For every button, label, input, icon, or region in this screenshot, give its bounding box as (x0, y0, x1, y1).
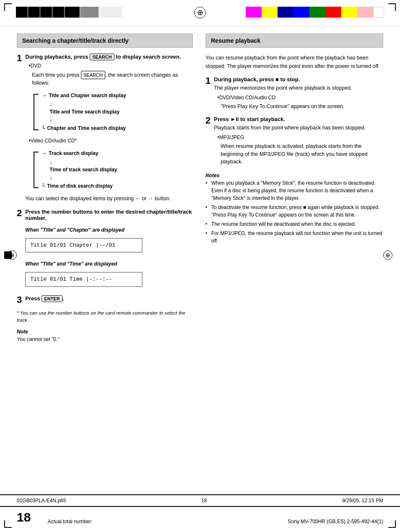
left-step-2-content: Press the number buttons to enter the de… (25, 209, 193, 289)
main-content: Searching a chapter/title/track directly… (17, 34, 383, 490)
color-block-pink (357, 7, 373, 18)
left-section-title-text: Searching a chapter/title/track directly (22, 37, 129, 44)
color-block-yellow (262, 7, 278, 18)
right-step-2-title: Press ►II to start playback. (214, 116, 383, 122)
display-screen-2: Title 01/01 Time |-:--:-- (25, 272, 143, 287)
black-block-3 (40, 7, 52, 18)
black-block-5 (65, 7, 80, 18)
when1-label: When "Title" and "Chapter" are displayed (25, 226, 193, 234)
right-step-1-content: During playback, press ■ to stop. The pl… (214, 76, 383, 110)
left-footnote: * You can use the number buttons on the … (17, 310, 193, 324)
footer-center-page: 18 (201, 498, 207, 504)
top-decoration-bar: ⊕ (0, 0, 400, 26)
footer-page-number: 18 (17, 510, 31, 524)
arrow-right: → (148, 196, 153, 201)
left-section-title: Searching a chapter/title/track directly (17, 34, 193, 48)
footer-left-code: 01GB03PLA-E4N.p65 (17, 498, 66, 504)
black-block-4 (52, 7, 64, 18)
right-step-2-body: Playback starts from the point where pla… (214, 124, 383, 166)
footer-bottom-row: 18 Actual total number: Sony MV-700HR (G… (0, 506, 400, 529)
color-block-darkblue (278, 7, 294, 18)
left-step-1: 1 During playbacks, press SEARCH to disp… (17, 54, 193, 203)
right-note-3: The resume function will be deactivated … (205, 220, 383, 228)
right-dvd-bullet: •DVD/Video CD/Audio CD (217, 94, 383, 102)
left-step-1-body: •DVD Each time you press SEARCH, the sea… (25, 62, 193, 203)
left-note-text: You cannot set "0." (17, 336, 193, 343)
left-step-2-body: When "Title" and "Chapter" are displayed… (25, 226, 193, 289)
right-step-1-body: The player memorizes the point where pla… (214, 84, 383, 110)
dvd-desc: Each time you press SEARCH, the search s… (32, 71, 193, 87)
right-intro: You can resume playback from the point w… (205, 54, 383, 70)
left-step-3-content: Press ENTER. (25, 295, 193, 304)
color-block-green (309, 7, 325, 18)
dvd-flow-diagram: → Title and Chapter search display ↓ Tit… (34, 90, 193, 134)
footer-top-row: 01GB03PLA-E4N.p65 18 9/29/05, 12:15 PM (0, 495, 400, 506)
vcd-flow-diagram: → Track search display ↓ Time of track s… (34, 148, 193, 191)
color-block-yellow2 (341, 7, 357, 18)
dvd-flow-item3: Chapter and Time search display (47, 124, 126, 133)
right-notes-title: Notes (205, 173, 383, 178)
right-column: Resume playback You can resume playback … (205, 34, 383, 490)
reg-mark-top-right (388, 3, 396, 11)
reg-mark-top-left (4, 3, 12, 11)
dvd-bullet: •DVD (29, 62, 193, 70)
right-crosshair: ⊕ (383, 251, 392, 260)
select-text: You can select the displayed items by pr… (25, 195, 193, 203)
search-key-badge2: SEARCH (81, 71, 105, 80)
black-block-2 (28, 7, 40, 18)
left-note-title: Note (17, 329, 193, 335)
black-block-7 (99, 7, 122, 18)
dvd-flow-item2: Title and Time search display (41, 108, 126, 117)
vcd-flow-item1: Track search display (49, 149, 98, 158)
right-step-1-body-text: The player memorizes the point where pla… (214, 84, 383, 92)
right-note-1: When you playback a "Memory Stick", the … (205, 179, 383, 202)
footer-bottom-labels: Actual total number: Sony MV-700HR (GB,E… (47, 519, 383, 524)
left-step-3-number: 3 (17, 295, 22, 305)
right-section-title: Resume playback (205, 34, 383, 48)
right-mp3-label: MP3/JPEG (219, 134, 244, 140)
right-note-4: For MP3/JPEG, the resume playback will n… (205, 230, 383, 245)
enter-key-badge: ENTER (42, 295, 62, 302)
right-step-1-title: During playback, press ■ to stop. (214, 76, 383, 83)
black-blocks-left (16, 7, 122, 18)
color-blocks-right (246, 7, 384, 18)
right-dvd-label: DVD/Video CD/Audio CD (219, 95, 276, 101)
black-block-1 (16, 7, 28, 18)
left-step-2: 2 Press the number buttons to enter the … (17, 209, 193, 289)
color-block-magenta (246, 7, 262, 18)
left-step-3: 3 Press ENTER. (17, 295, 193, 304)
arrow-left: ← (135, 196, 140, 201)
right-dvd-text: "Press Play Key To Continue" appears on … (221, 103, 383, 111)
right-step-2-content: Press ►II to start playback. Playback st… (214, 116, 383, 166)
black-block-6 (80, 7, 99, 18)
vcd-flow-item2: Time of track search display (41, 165, 117, 175)
color-block-white (373, 7, 384, 18)
dvd-flow-items: → Title and Chapter search display ↓ Tit… (41, 90, 126, 134)
dvd-flow-arrow-icon: → Title and Chapter search display (41, 90, 126, 101)
dvd-flow-item3-row: └ Chapter and Time search display (41, 123, 126, 134)
footer-right-date: 9/29/05, 12:15 PM (342, 498, 383, 504)
display-screen-1: Title 01/01 Chapter |--/01 (25, 238, 143, 253)
left-step-2-title: Press the number buttons to enter the de… (25, 209, 193, 221)
left-note-section: Note You cannot set "0." (17, 329, 193, 343)
left-step-2-number: 2 (17, 209, 22, 218)
when2-label: When "Title" and "Time" are displayed (25, 260, 193, 268)
left-column: Searching a chapter/title/track directly… (17, 34, 193, 490)
reg-mark-bottom-left (4, 520, 12, 528)
footer-bottom-right: Sony MV-700HR (GB,ES) 2-595-492-44(1) (288, 519, 383, 524)
dvd-flow-item1: Title and Chapter search display (49, 91, 126, 101)
right-section-title-text: Resume playback (211, 37, 260, 44)
right-step-1-number: 1 (205, 76, 210, 85)
right-notes-list: When you playback a "Memory Stick", the … (205, 179, 383, 245)
vcd-flow-brace: → Track search display ↓ Time of track s… (34, 148, 193, 191)
right-mp3-bullet: •MP3/JPEG (217, 134, 383, 142)
vcd-bullet: •Video CD/Audio CD* (29, 137, 193, 145)
vcd-label: Video CD/Audio CD* (31, 138, 77, 144)
left-step-1-content: During playbacks, press SEARCH to displa… (25, 54, 193, 203)
left-crosshair: ⊕ (8, 251, 17, 260)
right-note-2: To deactivate the resume function, press… (205, 204, 383, 219)
right-step-2-body-text: Playback starts from the point where pla… (214, 124, 383, 132)
dvd-flow-arrow-col (34, 90, 39, 134)
right-step-2: 2 Press ►II to start playback. Playback … (205, 116, 383, 166)
search-key-badge: SEARCH (90, 54, 114, 60)
